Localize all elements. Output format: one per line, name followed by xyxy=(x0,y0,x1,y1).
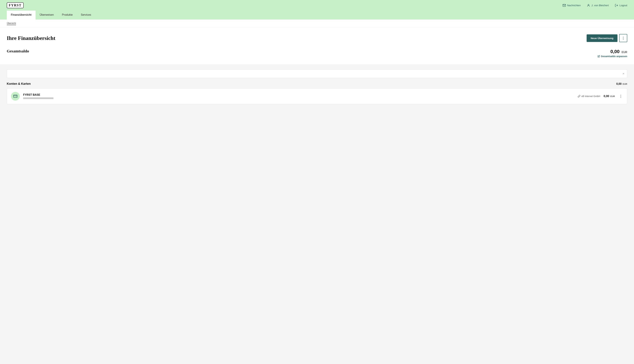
main-content: Ihre Finanzübersicht Neue Überweisung ⋮ … xyxy=(0,27,634,109)
accounts-total-currency: EUR xyxy=(623,83,627,85)
menu-dots-icon: ⋮ xyxy=(621,36,625,40)
search-bar: × xyxy=(7,70,627,78)
gray-section: × Konten & Karten 0,00 EUR FYRST BASE xyxy=(0,64,634,109)
svg-point-1 xyxy=(588,4,589,6)
account-more-options-button[interactable]: ⋮ xyxy=(618,94,623,99)
breadcrumb-bar: Übersicht xyxy=(0,20,634,27)
account-company-name: vB Internet GmbH xyxy=(581,95,600,98)
user-label: J. von Bleichert xyxy=(591,4,609,7)
breadcrumb: Übersicht xyxy=(7,22,16,25)
page-header-actions: Neue Überweisung ⋮ xyxy=(587,34,627,42)
account-balance: 0,00 EUR xyxy=(604,94,615,98)
balance-adjust-label: Gesamtsaldo anpassen xyxy=(601,55,627,58)
logo: FYRST xyxy=(7,2,24,8)
more-options-button[interactable]: ⋮ xyxy=(619,34,627,42)
account-balance-value: 0,00 xyxy=(604,94,609,98)
account-icon-wrap xyxy=(11,92,20,100)
new-transfer-button[interactable]: Neue Überweisung xyxy=(587,34,617,42)
account-number-masked xyxy=(23,98,54,99)
balance-amount: 0,00 EUR xyxy=(597,49,627,54)
balance-currency: EUR xyxy=(621,51,627,54)
account-info: FYRST BASE xyxy=(23,93,574,99)
account-card: FYRST BASE vB Internet GmbH 0,00 EUR ⋮ xyxy=(7,88,627,104)
header-actions: Nachrichten J. von Bleichert Logout xyxy=(562,4,627,7)
nav-item-produkte[interactable]: Produkte xyxy=(58,10,77,20)
balance-adjust-link[interactable]: Gesamtsaldo anpassen xyxy=(597,55,627,58)
logout-icon xyxy=(615,4,618,7)
search-input[interactable] xyxy=(10,72,622,75)
accounts-total-value: 0,00 xyxy=(616,82,621,85)
accounts-total: 0,00 EUR xyxy=(616,82,627,86)
messages-link[interactable]: Nachrichten xyxy=(562,4,581,7)
account-company: vB Internet GmbH xyxy=(578,95,600,98)
accounts-section-label: Konten & Karten xyxy=(7,82,31,86)
link-icon xyxy=(578,95,580,98)
header-top: FYRST Nachrichten J. von Bleichert xyxy=(7,0,627,10)
svg-rect-3 xyxy=(14,95,17,98)
close-icon[interactable]: × xyxy=(622,72,624,76)
nav-item-finanzübersicht[interactable]: Finanzübersicht xyxy=(7,10,36,20)
balance-right: 0,00 EUR Gesamtsaldo anpassen xyxy=(597,49,627,58)
logo-text[interactable]: FYRST xyxy=(7,2,24,8)
header: FYRST Nachrichten J. von Bleichert xyxy=(0,0,634,20)
wallet-icon xyxy=(13,94,18,98)
main-nav: Finanzübersicht Überweisen Produkte Serv… xyxy=(7,10,627,20)
accounts-header: Konten & Karten 0,00 EUR xyxy=(7,82,627,86)
pencil-icon xyxy=(597,55,600,58)
nav-item-services[interactable]: Services xyxy=(77,10,95,20)
nav-item-überweisen[interactable]: Überweisen xyxy=(36,10,58,20)
account-name: FYRST BASE xyxy=(23,93,574,96)
user-icon xyxy=(587,4,590,7)
account-balance-currency: EUR xyxy=(610,95,615,98)
mail-icon xyxy=(562,4,566,7)
logout-link[interactable]: Logout xyxy=(615,4,627,7)
messages-label: Nachrichten xyxy=(567,4,581,7)
balance-section: Gesamtsaldo 0,00 EUR Gesamtsaldo anpasse… xyxy=(7,49,627,58)
page-header: Ihre Finanzübersicht Neue Überweisung ⋮ xyxy=(7,34,627,42)
page-title: Ihre Finanzübersicht xyxy=(7,35,55,41)
user-link[interactable]: J. von Bleichert xyxy=(587,4,609,7)
logout-label: Logout xyxy=(619,4,627,7)
balance-label: Gesamtsaldo xyxy=(7,49,29,54)
balance-value: 0,00 xyxy=(610,49,620,54)
